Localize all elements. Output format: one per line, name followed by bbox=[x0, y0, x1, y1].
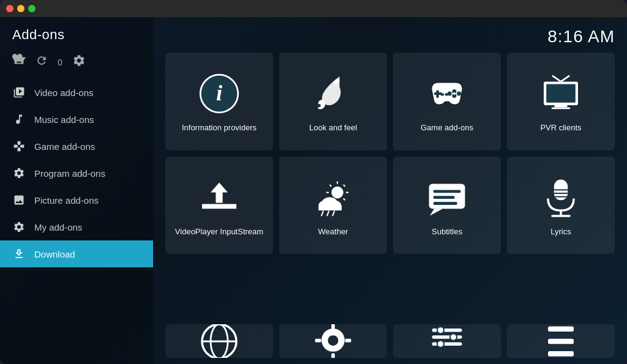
weather-icon bbox=[309, 173, 358, 222]
sidebar-item-music[interactable]: Music add-ons bbox=[0, 106, 153, 133]
sidebar-header: Add-ons bbox=[0, 17, 153, 48]
grid-item-subtitles[interactable]: Subtitles bbox=[393, 157, 501, 254]
sidebar-item-video-label: Video add-ons bbox=[34, 87, 93, 98]
svg-rect-56 bbox=[432, 335, 462, 339]
svg-point-4 bbox=[317, 104, 321, 108]
settings-partial-icon bbox=[422, 324, 471, 358]
weather-label: Weather bbox=[318, 227, 348, 237]
install-icon[interactable] bbox=[12, 54, 26, 70]
close-button[interactable] bbox=[6, 5, 13, 12]
main-content: 8:16 AM i Information providers bbox=[153, 17, 627, 364]
svg-rect-34 bbox=[318, 206, 342, 210]
info-providers-label: Information providers bbox=[182, 123, 257, 133]
sidebar-item-music-label: Music add-ons bbox=[34, 114, 94, 125]
sidebar-item-myaddon[interactable]: My add-ons bbox=[0, 214, 153, 240]
pvr-label: PVR clients bbox=[540, 123, 581, 133]
grid-item-game-addons[interactable]: Game add-ons bbox=[393, 53, 501, 150]
microphone-icon bbox=[536, 173, 585, 222]
sidebar: Add-ons 0 bbox=[0, 17, 153, 364]
grid-item-partial-1[interactable] bbox=[165, 324, 273, 358]
game-addons-label: Game add-ons bbox=[421, 123, 473, 133]
svg-point-8 bbox=[457, 92, 461, 96]
svg-rect-21 bbox=[202, 207, 236, 209]
grid-item-pvr[interactable]: PVR clients bbox=[507, 53, 615, 150]
program-icon bbox=[12, 166, 26, 180]
tv-icon bbox=[536, 69, 585, 118]
sidebar-item-game[interactable]: Game add-ons bbox=[0, 133, 153, 160]
svg-rect-18 bbox=[555, 105, 568, 108]
svg-point-13 bbox=[445, 94, 449, 96]
svg-line-36 bbox=[327, 211, 329, 215]
music-icon bbox=[12, 113, 26, 126]
grid-item-partial-4[interactable] bbox=[507, 324, 615, 358]
svg-rect-51 bbox=[331, 324, 335, 329]
svg-line-37 bbox=[332, 211, 334, 215]
sidebar-toolbar: 0 bbox=[0, 48, 153, 76]
grid-item-partial-2[interactable] bbox=[279, 324, 387, 358]
svg-point-60 bbox=[437, 340, 444, 347]
maximize-button[interactable] bbox=[28, 5, 36, 12]
video-icon bbox=[12, 86, 26, 99]
svg-point-11 bbox=[453, 92, 456, 95]
sidebar-navigation: Video add-ons Music add-ons bbox=[0, 76, 153, 364]
upload-tray-icon bbox=[195, 173, 244, 222]
grid-item-look-feel[interactable]: Look and feel bbox=[279, 53, 387, 150]
sidebar-item-program-label: Program add-ons bbox=[34, 168, 105, 179]
grid-item-info-providers[interactable]: i Information providers bbox=[165, 53, 273, 150]
svg-rect-19 bbox=[552, 108, 571, 110]
svg-point-58 bbox=[437, 327, 444, 333]
grid-item-lyrics[interactable]: Lyrics bbox=[507, 157, 615, 254]
svg-rect-61 bbox=[548, 326, 574, 331]
subtitles-label: Subtitles bbox=[432, 227, 462, 237]
addon-grid: i Information providers bbox=[165, 53, 615, 358]
sidebar-item-picture-label: Picture add-ons bbox=[34, 195, 99, 206]
picture-icon bbox=[12, 193, 26, 207]
svg-rect-20 bbox=[202, 204, 236, 208]
myaddon-icon bbox=[12, 220, 26, 234]
svg-line-27 bbox=[329, 185, 331, 187]
svg-line-14 bbox=[552, 76, 561, 82]
subtitles-icon bbox=[422, 173, 471, 222]
download-sidebar-icon bbox=[12, 247, 26, 261]
settings-gear-icon[interactable] bbox=[72, 54, 86, 70]
page-title: Add-ons bbox=[12, 27, 141, 43]
svg-rect-39 bbox=[434, 190, 461, 193]
svg-line-28 bbox=[344, 198, 345, 200]
content-area: Add-ons 0 bbox=[0, 17, 627, 364]
sidebar-item-download-label: Download bbox=[34, 249, 75, 259]
sidebar-item-video[interactable]: Video add-ons bbox=[0, 79, 153, 106]
svg-rect-17 bbox=[546, 84, 576, 103]
look-feel-label: Look and feel bbox=[309, 123, 357, 133]
paint-icon bbox=[309, 69, 358, 118]
refresh-icon[interactable] bbox=[36, 54, 48, 70]
svg-line-35 bbox=[321, 211, 323, 215]
grid-item-partial-3[interactable] bbox=[393, 324, 501, 358]
info-icon: i bbox=[195, 69, 244, 118]
svg-line-29 bbox=[344, 185, 345, 187]
svg-rect-55 bbox=[432, 329, 462, 332]
svg-point-10 bbox=[448, 92, 452, 96]
grid-item-weather[interactable]: Weather bbox=[279, 157, 387, 254]
sidebar-item-myaddon-label: My add-ons bbox=[34, 222, 82, 232]
svg-rect-62 bbox=[548, 338, 574, 343]
game-controller-icon bbox=[422, 69, 471, 118]
tool-partial-icon bbox=[536, 324, 585, 358]
videoplayer-label: VideoPlayer InputStream bbox=[175, 227, 263, 237]
svg-point-12 bbox=[441, 94, 445, 96]
app-window: Add-ons 0 bbox=[0, 0, 627, 364]
update-count: 0 bbox=[58, 58, 62, 67]
gamepad-sidebar-icon bbox=[12, 139, 26, 153]
sidebar-item-picture[interactable]: Picture add-ons bbox=[0, 187, 153, 214]
clock: 8:16 AM bbox=[547, 27, 615, 46]
svg-line-15 bbox=[561, 76, 569, 82]
sidebar-item-download[interactable]: Download bbox=[0, 240, 153, 267]
svg-rect-40 bbox=[434, 196, 455, 199]
sidebar-item-game-label: Game add-ons bbox=[34, 141, 95, 152]
sidebar-item-program[interactable]: Program add-ons bbox=[0, 160, 153, 187]
minimize-button[interactable] bbox=[17, 5, 24, 12]
main-header: 8:16 AM bbox=[165, 23, 615, 53]
grid-item-videoplayer[interactable]: VideoPlayer InputStream bbox=[165, 157, 273, 254]
svg-rect-53 bbox=[315, 338, 321, 342]
svg-rect-54 bbox=[345, 338, 351, 342]
svg-point-22 bbox=[331, 187, 344, 199]
